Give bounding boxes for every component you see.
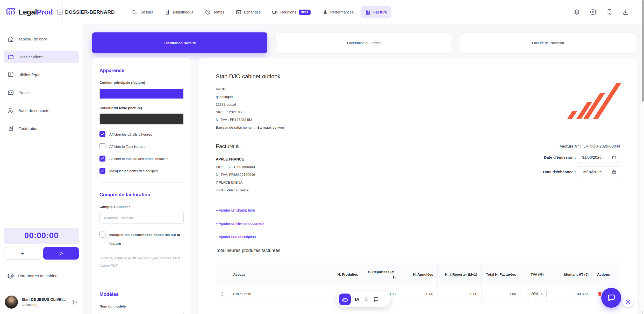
calendar-icon bbox=[612, 155, 617, 160]
drag-handle[interactable] bbox=[216, 286, 229, 302]
required-asterisk: * bbox=[129, 205, 130, 209]
due-date-label: Date d'échéance : bbox=[543, 170, 576, 174]
video-icon bbox=[272, 9, 278, 15]
hours-table: Avocat H. Produites H. Reportées (M-1) H… bbox=[216, 263, 620, 302]
scrollbar-down-arrow[interactable]: ▼ bbox=[641, 311, 644, 313]
content-row: Apparence Couleur principale (facture) C… bbox=[92, 58, 636, 314]
tab-performances[interactable]: Performances bbox=[318, 6, 358, 18]
invoice-card: Stan DJO cabinet outlook AARPI qsdqsdqsd… bbox=[199, 58, 637, 314]
bar-chart-icon bbox=[322, 9, 328, 15]
sidebar-item-emails[interactable]: Emails bbox=[4, 86, 79, 99]
chat-fab-button[interactable] bbox=[601, 288, 621, 308]
brand: LegalProd bbox=[0, 0, 63, 24]
checkbox-afficher-details-heures[interactable]: Afficher les détails d'heures bbox=[99, 131, 184, 137]
issue-date-input[interactable]: 31/03/2026 bbox=[578, 152, 620, 163]
top-bar: LegalProd DOSSIER-BERNARD Dossier Biblio… bbox=[0, 0, 644, 24]
layers-icon[interactable] bbox=[574, 9, 580, 15]
timer-controls: + bbox=[4, 247, 79, 260]
add-free-field-link[interactable]: + Ajouter un champ libre bbox=[216, 208, 620, 212]
invoice-meta: Facture N° : LP-NOU-2026-00044 Date d'ém… bbox=[543, 144, 620, 177]
issue-date-row: Date d'émission : 31/03/2026 bbox=[544, 152, 620, 163]
checkbox-afficher-taux-horaire[interactable]: Afficher le Taux Horaire bbox=[99, 144, 184, 150]
page-scrollbar[interactable]: ▼ bbox=[641, 0, 644, 314]
logout-icon[interactable] bbox=[72, 299, 78, 305]
user-role: Associé(e) bbox=[22, 303, 66, 307]
tab-facturation-forfait[interactable]: Facturation au Forfait bbox=[276, 32, 452, 53]
checkbox-unchecked-icon bbox=[99, 232, 105, 238]
gear-icon bbox=[8, 273, 14, 279]
hours-table-title: Total heures produites facturées bbox=[216, 248, 620, 253]
sidebar-item-bibliotheque[interactable]: Bibliothèque bbox=[4, 68, 79, 81]
client-line: 75016 PARIS France bbox=[216, 186, 255, 194]
due-date-input[interactable]: 15/04/2026 bbox=[578, 166, 620, 177]
invoice-icon bbox=[365, 9, 371, 15]
checkbox-checked-icon bbox=[99, 168, 105, 174]
account-label: Compte à utiliser * bbox=[99, 205, 184, 209]
sidebar-item-tableau-de-bord[interactable]: Tableau de bord bbox=[4, 33, 79, 45]
download-icon[interactable] bbox=[622, 9, 629, 15]
receipt-icon bbox=[8, 125, 14, 132]
bookmark-icon[interactable] bbox=[606, 9, 613, 15]
checkbox-masquer-noms-equipes[interactable]: Masquer les noms des équipes bbox=[99, 168, 184, 174]
tab-bibliotheque[interactable]: Bibliothèque bbox=[160, 6, 198, 18]
folder-icon bbox=[132, 9, 138, 15]
firm-line: Barreau de rattachement : Barreaux de ly… bbox=[216, 124, 284, 131]
add-time-button[interactable]: + bbox=[4, 247, 40, 260]
billed-to-block: Facturé à : APPLE FRANCE SIRET: 32212091… bbox=[216, 143, 255, 194]
comment-icon[interactable] bbox=[373, 297, 379, 302]
calendar-icon bbox=[612, 170, 617, 174]
add-document-title-link[interactable]: + Ajouter un titre de document bbox=[216, 221, 620, 226]
brand-name: LegalProd bbox=[19, 8, 53, 16]
checkbox-masquer-coordonnees-bancaires[interactable]: Masquer les coordonnées bancaires sur la… bbox=[99, 231, 184, 248]
sidebar-item-base-de-contacts[interactable]: Base de contacts bbox=[4, 104, 79, 117]
user-name: Stan DE JESUS OLIVEI... bbox=[22, 297, 66, 302]
mail-icon bbox=[236, 9, 241, 15]
firm-line: qsdqsdqsd bbox=[216, 93, 284, 101]
cell-avocat: Crhis Smith bbox=[229, 286, 331, 302]
invoice-number-value: LP-NOU-2026-00044 bbox=[583, 144, 620, 148]
account-input[interactable] bbox=[99, 212, 184, 224]
help-ring-button[interactable] bbox=[623, 297, 633, 307]
bank-note: Si coché, l'IBAN et le BIC ne seront pas… bbox=[99, 254, 184, 269]
text-color-picker[interactable] bbox=[99, 113, 184, 125]
checkbox-afficher-tableau-temps[interactable]: Afficher le tableau des temps détaillés bbox=[99, 156, 184, 162]
tab-echanges[interactable]: Échanges bbox=[231, 6, 265, 18]
timer-display: 00:00:00 bbox=[4, 228, 79, 244]
tab-reunions[interactable]: Réunions BETA bbox=[268, 6, 315, 18]
firm-line: 22332 dqdzd bbox=[216, 101, 284, 108]
sidebar-item-dossier-client[interactable]: Dossier client bbox=[4, 51, 79, 63]
user-meta: Stan DE JESUS OLIVEI... Associé(e) bbox=[22, 297, 66, 307]
client-name: APPLE FRANCE bbox=[216, 155, 255, 163]
sidebar-item-facturation[interactable]: Facturation bbox=[4, 122, 79, 135]
primary-color-picker[interactable] bbox=[99, 88, 184, 99]
divider bbox=[99, 282, 184, 282]
scrollbar-thumb[interactable] bbox=[642, 0, 644, 102]
ai-toolbar: IA bbox=[337, 291, 391, 307]
ai-robot-button[interactable] bbox=[339, 294, 351, 305]
play-icon bbox=[58, 250, 64, 256]
template-name-input[interactable] bbox=[99, 312, 184, 314]
tab-dossier[interactable]: Dossier bbox=[128, 6, 158, 18]
checkbox-checked-icon bbox=[99, 156, 105, 162]
tab-facture-provision[interactable]: Facture de Provision bbox=[460, 32, 636, 53]
ai-label: IA bbox=[355, 297, 359, 302]
invoice-number-label: Facture N° : bbox=[560, 144, 581, 148]
gear-icon[interactable] bbox=[590, 9, 596, 15]
cell-tva: 20% bbox=[520, 286, 554, 302]
tva-select[interactable]: 20% bbox=[528, 290, 546, 298]
cell-h-annulees: 0.00 bbox=[400, 286, 438, 302]
sidebar-collapse-icon[interactable] bbox=[56, 9, 63, 16]
start-timer-button[interactable] bbox=[43, 247, 79, 260]
col-h-annulees: H. Annulées bbox=[400, 263, 438, 286]
cabinet-settings-button[interactable]: Paramètres du cabinet bbox=[4, 270, 79, 282]
microphone-icon[interactable] bbox=[363, 297, 369, 302]
tab-facturation-horaire[interactable]: Facturation Horaire bbox=[92, 32, 267, 53]
user-profile[interactable]: Stan DE JESUS OLIVEI... Associé(e) bbox=[4, 292, 79, 310]
tab-facture[interactable]: Facture bbox=[361, 6, 391, 18]
firm-logo bbox=[567, 80, 619, 119]
firm-block: Stan DJO cabinet outlook AARPI qsdqsdqsd… bbox=[216, 73, 284, 131]
add-description-link[interactable]: + Ajouter une description bbox=[216, 235, 620, 239]
billing-mode-tabs: Facturation Horaire Facturation au Forfa… bbox=[92, 32, 636, 53]
firm-name: Stan DJO cabinet outlook bbox=[216, 73, 284, 80]
tab-temps[interactable]: Temps bbox=[201, 6, 229, 18]
